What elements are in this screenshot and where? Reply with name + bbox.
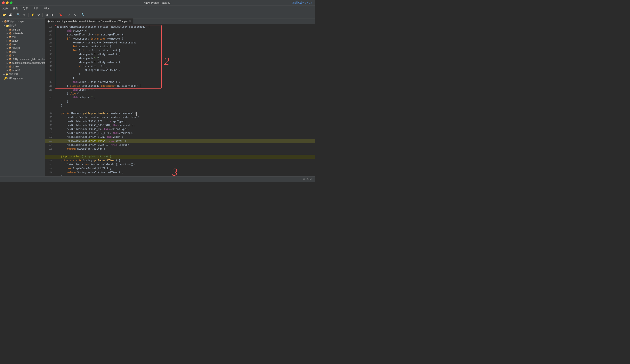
code-line-suppress: @SuppressLint({"SimpleDateFormat"})	[45, 155, 315, 159]
line-number: 142	[45, 163, 55, 167]
code-line-105: 105 RequestParamsWrapper(Context context…	[45, 25, 315, 29]
line-content: return newBuilder.build();	[55, 147, 315, 151]
menu-file[interactable]: 文件	[2, 6, 8, 11]
arrow: ▶	[6, 62, 8, 64]
close-button[interactable]	[2, 1, 5, 4]
code-line-112d: 112 if (i < size - 1) {	[45, 64, 315, 68]
menu-help[interactable]: 帮助	[43, 6, 50, 11]
toolbar: 📂 💾 🔍 ⊕ ⚡ ⚙ ◀ ▶ 🔖 ⤢ ⤡ 🔧	[0, 11, 315, 18]
sidebar-item-p038rx[interactable]: ▶ 📦 p038rx	[0, 65, 45, 68]
arrow: ▶	[3, 73, 5, 75]
sidebar-item-resources[interactable]: ▶ 📁 资源文件	[0, 72, 45, 76]
pkg-label: butterknife	[12, 32, 23, 35]
sidebar-item-p034[interactable]: ▶ 📦 p034jp.wasabeef.glide.transformation…	[0, 57, 45, 61]
bookmark-button[interactable]: 🔖	[58, 12, 64, 18]
menu-navigate[interactable]: 导航	[22, 6, 29, 11]
line-content: for (int i = 0; i < size; i++) {	[55, 48, 315, 52]
line-content: StringBuilder sb = new StringBuilder();	[55, 33, 315, 37]
window-controls[interactable]	[2, 1, 12, 4]
sidebar-item-javax[interactable]: ▶ 📦 javax	[0, 43, 45, 46]
pkg-icon: 📦	[9, 39, 12, 42]
search-button[interactable]: 🔍	[16, 12, 21, 18]
line-content	[55, 108, 315, 111]
line-number: 129	[45, 124, 55, 127]
pkg-label: dagger	[12, 39, 19, 42]
decompile-button[interactable]: ⚡	[30, 12, 35, 18]
sidebar-item-okio[interactable]: ▶ 📦 okio	[0, 50, 45, 54]
line-number: 121	[45, 96, 55, 100]
line-content: newBuilder.add(PARAM_APP, this.appType);	[55, 119, 315, 123]
line-content: newBuilder.add(PARAM_TOKEN, this.token);	[55, 139, 315, 143]
pkg-label: com	[12, 36, 16, 38]
line-content: }	[55, 100, 315, 104]
line-content: this(context);	[55, 29, 315, 33]
update-notice[interactable]: 发现新版本 1.4.2！	[292, 1, 313, 4]
apk-icon: 📦	[4, 20, 7, 23]
pkg-label: javax	[12, 43, 18, 46]
sidebar-item-retrofit2[interactable]: ▶ 📦 retrofit2	[0, 68, 45, 72]
sidebar-item-butterknife[interactable]: ▶ 📦 butterknife	[0, 31, 45, 35]
sidebar-item-org[interactable]: ▶ 📦 org	[0, 54, 45, 57]
find-button[interactable]: ⊕	[22, 12, 27, 18]
pkg-icon: 📦	[9, 28, 12, 31]
pkg-icon: 📦	[9, 69, 12, 72]
sidebar-item-source[interactable]: ▼ 📁 源代码	[0, 23, 45, 28]
code-line-114: 114 sb.append(C0625a.f556b);	[45, 68, 315, 72]
pkg-icon: 📦	[9, 54, 12, 57]
code-line-140: 140 private static String getRequestTime…	[45, 159, 315, 163]
maximize-button[interactable]	[10, 1, 12, 4]
minimize-button[interactable]	[6, 1, 8, 4]
line-number: 112	[45, 64, 55, 68]
code-line-119: 119 this.sign = "";	[45, 88, 315, 92]
sidebar-item-okhttp3[interactable]: ▶ 📦 okhttp3	[0, 46, 45, 50]
line-content: int size = formBody.size();	[55, 45, 315, 48]
sidebar-item-apk-sig[interactable]: 🔑 APK signature	[0, 76, 45, 80]
open-button[interactable]: 📂	[1, 12, 7, 18]
arrow: ▶	[6, 51, 8, 53]
code-editor[interactable]: 2 3 105 RequestParamsWrapper(Context con…	[45, 24, 315, 176]
sidebar-item-com[interactable]: ▶ 📦 com	[0, 35, 45, 39]
tab-request-params-wrapper[interactable]: ☕ com.yltx.oil.partner.data.network.inte…	[45, 18, 133, 24]
line-content: }	[55, 76, 315, 80]
line-content: sb.append(C0625a.f556b);	[55, 68, 315, 72]
toolbar-separator-6	[79, 13, 79, 17]
collapse-button[interactable]: ⤡	[72, 12, 78, 18]
code-line-else: } else {	[45, 92, 315, 96]
code-line-126: 126 public Headers getRequestHeaders(Hea…	[45, 111, 315, 115]
arrow: ▶	[6, 54, 8, 57]
sidebar-item-p035[interactable]: ▶ 📦 p035me.zhanghai.android.materialprog…	[0, 61, 45, 65]
line-content: }	[55, 104, 315, 108]
sidebar-item-dagger[interactable]: ▶ 📦 dagger	[0, 39, 45, 43]
pkg-label: retrofit2	[12, 69, 20, 72]
config-button[interactable]: 🔧	[80, 12, 86, 18]
arrow: ▶	[6, 36, 8, 38]
sidebar-item-android[interactable]: ▶ 📦 android	[0, 28, 45, 31]
line-number: 128	[45, 120, 55, 123]
line-content: sb.append(formBody.name(i));	[55, 52, 315, 56]
statusbar: ⚙ Smali	[0, 176, 315, 182]
expand-arrow: ▼	[1, 20, 3, 22]
toolbar-separator-5	[64, 13, 65, 17]
toolbar-separator-2	[28, 13, 28, 17]
forward-button[interactable]: ▶	[50, 12, 56, 18]
menu-view[interactable]: 视图	[12, 6, 19, 11]
line-content: private static String getRequestTime() {	[55, 159, 315, 163]
line-number: 144	[45, 167, 55, 171]
sig-label: APK signature	[7, 77, 23, 80]
save-button[interactable]: 💾	[8, 12, 13, 18]
arrow: ▶	[6, 58, 8, 60]
back-button[interactable]: ◀	[44, 12, 50, 18]
line-content: if (i < size - 1) {	[55, 64, 315, 68]
code-line-129: 129 newBuilder.add(PARAM_NONCESTR, this.…	[45, 123, 315, 127]
line-content: newBuilder.add(PARAM_USER_ID, this.userI…	[55, 143, 315, 147]
menu-tools[interactable]: 工具	[32, 6, 40, 11]
line-number: 114	[45, 68, 55, 72]
code-line-brace4: }	[45, 104, 315, 108]
settings-button[interactable]: ⚙	[36, 12, 42, 18]
pkg-icon: 📦	[9, 47, 12, 50]
line-number: 134	[45, 143, 55, 147]
tab-close-button[interactable]: ✕	[129, 20, 131, 23]
tab-bar: ☕ com.yltx.oil.partner.data.network.inte…	[45, 18, 315, 24]
sidebar-item-apk[interactable]: ▼ 📦 油联合伙人.apk	[0, 19, 45, 23]
expand-button[interactable]: ⤢	[66, 12, 72, 18]
